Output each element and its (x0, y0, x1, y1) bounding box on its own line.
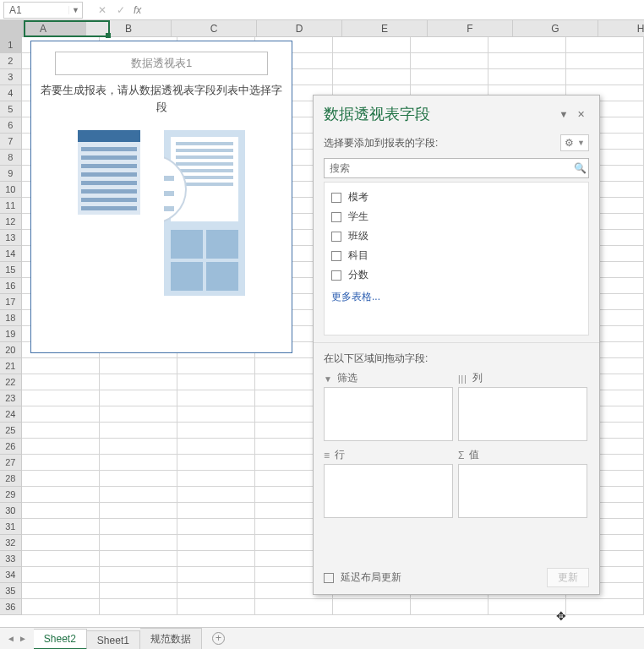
cell[interactable] (333, 53, 411, 69)
row-header[interactable]: 30 (0, 503, 22, 519)
panel-dropdown-icon[interactable]: ▼ (555, 109, 572, 119)
cell[interactable] (22, 535, 100, 551)
row-header[interactable]: 26 (0, 439, 22, 455)
field-search[interactable]: 🔍 (324, 158, 589, 178)
cell[interactable] (177, 503, 255, 519)
field-list-item[interactable]: 班级 (330, 226, 583, 246)
cell[interactable] (488, 53, 566, 69)
row-header[interactable]: 19 (0, 326, 22, 342)
row-header[interactable]: 33 (0, 551, 22, 567)
cell[interactable] (411, 53, 488, 69)
row-header[interactable]: 10 (0, 182, 22, 198)
cell[interactable] (100, 551, 177, 567)
tab-nav-next-icon[interactable]: ► (19, 634, 27, 643)
cell[interactable] (488, 37, 566, 53)
cell[interactable] (100, 390, 177, 406)
row-header[interactable]: 20 (0, 342, 22, 358)
area-filter[interactable]: 筛选 (324, 369, 453, 441)
field-search-input[interactable] (325, 159, 571, 177)
area-rows[interactable]: 行 (324, 446, 453, 518)
column-header[interactable]: C (172, 20, 257, 36)
cell[interactable] (100, 535, 177, 551)
cell[interactable] (177, 455, 255, 471)
row-header[interactable]: 1 (0, 37, 22, 53)
cell[interactable] (566, 69, 644, 85)
cell[interactable] (100, 471, 177, 487)
field-checkbox[interactable] (331, 193, 341, 203)
cell[interactable] (255, 599, 333, 615)
cell[interactable] (177, 423, 255, 439)
sheet-tab[interactable]: Sheet1 (87, 630, 140, 650)
field-list-item[interactable]: 学生 (330, 207, 583, 226)
area-columns-box[interactable] (458, 387, 587, 441)
update-button[interactable]: 更新 (547, 568, 589, 587)
search-icon[interactable]: 🔍 (571, 159, 588, 177)
row-header[interactable]: 18 (0, 310, 22, 326)
row-header[interactable]: 17 (0, 294, 22, 310)
cell[interactable] (177, 390, 255, 406)
cell[interactable] (22, 423, 100, 439)
cell[interactable] (22, 583, 100, 599)
cell[interactable] (22, 390, 100, 406)
cell[interactable] (177, 519, 255, 535)
column-header[interactable]: G (513, 20, 598, 36)
add-sheet-button[interactable]: + (202, 632, 235, 645)
tab-nav-prev-icon[interactable]: ◄ (7, 634, 15, 643)
row-header[interactable]: 36 (0, 599, 22, 615)
field-list-item[interactable]: 科目 (330, 246, 583, 265)
row-header[interactable]: 5 (0, 101, 22, 117)
cell[interactable] (22, 406, 100, 423)
cell[interactable] (22, 599, 100, 615)
cell[interactable] (100, 567, 177, 583)
cell[interactable] (177, 439, 255, 455)
field-checkbox[interactable] (331, 212, 341, 222)
column-header[interactable]: B (86, 20, 172, 36)
cell[interactable] (22, 503, 100, 519)
cell[interactable] (177, 551, 255, 567)
formula-input[interactable] (141, 2, 644, 19)
cell[interactable] (177, 471, 255, 487)
row-header[interactable]: 12 (0, 214, 22, 230)
row-header[interactable]: 34 (0, 567, 22, 583)
row-header[interactable]: 8 (0, 150, 22, 166)
cell[interactable] (22, 551, 100, 567)
cell[interactable] (566, 53, 644, 69)
row-header[interactable]: 3 (0, 69, 22, 85)
cell[interactable] (177, 406, 255, 423)
sheet-tab[interactable]: Sheet2 (34, 629, 87, 650)
cell[interactable] (22, 487, 100, 503)
row-header[interactable]: 24 (0, 406, 22, 423)
field-checkbox[interactable] (331, 232, 341, 242)
row-header[interactable]: 29 (0, 487, 22, 503)
name-box-dropdown-icon[interactable]: ▼ (68, 6, 82, 14)
cell[interactable] (100, 374, 177, 390)
cell[interactable] (100, 519, 177, 535)
row-header[interactable]: 35 (0, 583, 22, 599)
cell[interactable] (22, 519, 100, 535)
cell[interactable] (22, 358, 100, 374)
worksheet-grid[interactable]: ABCDEFGH 1234567891011121314151617181920… (0, 20, 644, 627)
column-header[interactable]: F (428, 20, 513, 36)
cell[interactable] (22, 439, 100, 455)
panel-close-icon[interactable]: ✕ (572, 109, 589, 120)
cell[interactable] (100, 439, 177, 455)
cell[interactable] (100, 599, 177, 615)
cell[interactable] (411, 599, 488, 615)
cell[interactable] (488, 599, 566, 615)
pivot-field-panel[interactable]: 数据透视表字段 ▼ ✕ 选择要添加到报表的字段: ▼ 🔍 模考学生班级科目分数更… (313, 95, 600, 595)
cell[interactable] (22, 455, 100, 471)
field-checkbox[interactable] (331, 251, 341, 261)
cancel-icon[interactable]: ✕ (93, 4, 112, 16)
field-checkbox[interactable] (331, 270, 341, 281)
column-header[interactable]: A (1, 20, 86, 36)
defer-layout-checkbox[interactable] (324, 573, 334, 583)
cell[interactable] (100, 487, 177, 503)
row-header[interactable]: 28 (0, 471, 22, 487)
confirm-icon[interactable]: ✓ (112, 4, 130, 16)
name-box[interactable]: A1 ▼ (3, 2, 83, 19)
cell[interactable] (177, 358, 255, 374)
cell[interactable] (100, 423, 177, 439)
cell[interactable] (177, 567, 255, 583)
row-header[interactable]: 15 (0, 262, 22, 278)
cell[interactable] (566, 599, 644, 615)
